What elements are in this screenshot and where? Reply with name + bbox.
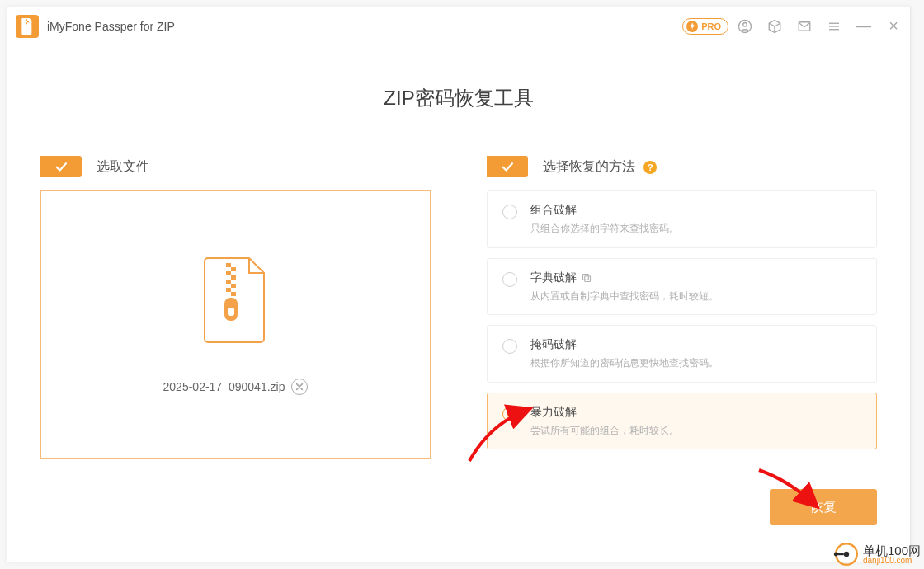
- titlebar: iMyFone Passper for ZIP ✦ PRO — ×: [7, 7, 910, 45]
- radio-icon: [502, 205, 517, 219]
- watermark-logo-icon: [827, 541, 860, 567]
- svg-point-4: [743, 22, 747, 26]
- svg-rect-0: [26, 19, 27, 21]
- svg-rect-2: [26, 22, 27, 24]
- step-check-icon: [487, 156, 528, 177]
- recover-button-label: 恢复: [810, 499, 837, 516]
- method-title: 掩码破解: [530, 337, 861, 352]
- app-title: iMyFone Passper for ZIP: [47, 20, 175, 33]
- method-option-1[interactable]: 字典破解从内置或自制字典中查找密码，耗时较短。: [487, 258, 877, 316]
- watermark-url: danji100.com: [863, 557, 921, 565]
- method-title: 暴力破解: [530, 405, 861, 420]
- radio-icon: [502, 407, 517, 421]
- recover-button[interactable]: 恢复: [770, 489, 877, 525]
- svg-rect-12: [231, 275, 236, 280]
- page-title: ZIP密码恢复工具: [7, 85, 910, 111]
- file-dropzone[interactable]: 2025-02-17_090041.zip: [40, 190, 431, 459]
- svg-rect-11: [226, 271, 231, 275]
- svg-rect-13: [226, 280, 231, 284]
- menu-icon[interactable]: [826, 18, 842, 35]
- svg-rect-15: [226, 288, 231, 292]
- radio-icon: [502, 339, 517, 354]
- watermark: 单机100网 danji100.com: [827, 541, 921, 567]
- cube-icon[interactable]: [766, 18, 783, 35]
- clear-file-button[interactable]: [291, 379, 308, 395]
- mail-icon[interactable]: [796, 18, 813, 35]
- method-title: 组合破解: [530, 203, 861, 218]
- zip-file-icon: [201, 255, 271, 349]
- method-desc: 只组合你选择的字符来查找密码。: [530, 223, 861, 236]
- svg-rect-14: [231, 284, 236, 288]
- svg-rect-19: [585, 275, 591, 281]
- method-option-0[interactable]: 组合破解只组合你选择的字符来查找密码。: [487, 190, 877, 248]
- method-title: 字典破解: [530, 270, 861, 285]
- svg-rect-10: [231, 267, 236, 271]
- method-option-2[interactable]: 掩码破解根据你所知道的密码信息更快地查找密码。: [487, 325, 877, 383]
- svg-rect-18: [228, 308, 234, 316]
- select-file-title: 选取文件: [97, 158, 149, 176]
- minimize-button[interactable]: —: [856, 18, 872, 35]
- svg-point-22: [844, 552, 849, 557]
- pro-badge-label: PRO: [701, 21, 721, 31]
- radio-icon: [502, 272, 517, 287]
- pro-badge[interactable]: ✦ PRO: [682, 18, 728, 35]
- select-file-panel: 选取文件: [40, 156, 431, 459]
- select-method-title: 选择恢复的方法 ?: [543, 158, 657, 176]
- step-check-icon: [40, 156, 82, 177]
- user-icon[interactable]: [737, 18, 753, 35]
- pro-badge-icon: ✦: [686, 21, 698, 32]
- select-method-panel: 选择恢复的方法 ? 组合破解只组合你选择的字符来查找密码。字典破解从内置或自制字…: [487, 156, 877, 459]
- tip-icon[interactable]: ?: [644, 161, 657, 174]
- method-option-3[interactable]: 暴力破解尝试所有可能的组合，耗时较长。: [487, 393, 877, 450]
- copy-icon: [582, 273, 592, 283]
- svg-rect-16: [231, 292, 236, 296]
- svg-rect-9: [226, 263, 231, 267]
- close-button[interactable]: ×: [885, 18, 902, 35]
- method-desc: 根据你所知道的密码信息更快地查找密码。: [530, 357, 861, 370]
- method-desc: 尝试所有可能的组合，耗时较长。: [530, 425, 861, 438]
- svg-rect-20: [583, 274, 589, 280]
- watermark-title: 单机100网: [863, 544, 921, 557]
- selected-file-name: 2025-02-17_090041.zip: [163, 380, 285, 393]
- app-window: iMyFone Passper for ZIP ✦ PRO — × ZIP密码恢…: [7, 7, 911, 562]
- svg-rect-1: [27, 21, 29, 22]
- app-logo-icon: [16, 15, 39, 38]
- method-desc: 从内置或自制字典中查找密码，耗时较短。: [530, 290, 861, 303]
